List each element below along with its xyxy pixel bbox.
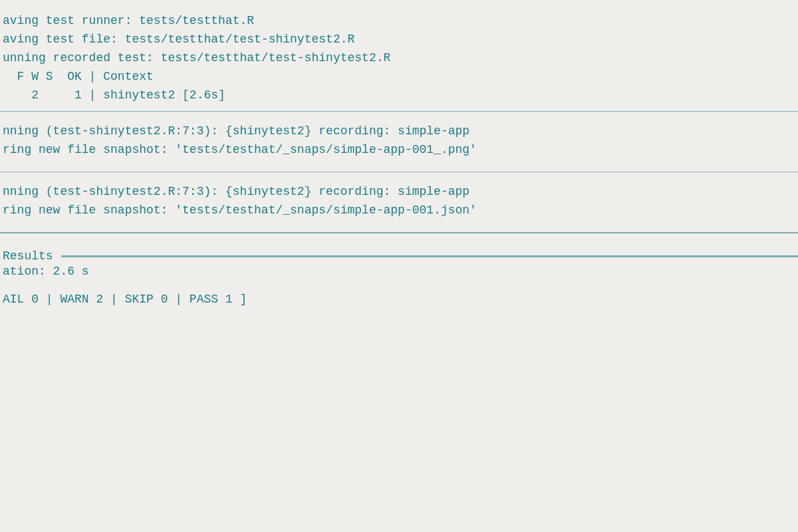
line-1: aving test runner: tests/testthat.R bbox=[0, 12, 798, 31]
warn2-line-2: ring new file snapshot: 'tests/testhat/_… bbox=[0, 201, 798, 220]
section-warning-2: nning (test-shinytest2.R:7:3): {shinytes… bbox=[0, 183, 798, 220]
divider-2 bbox=[0, 172, 798, 172]
section-runner: aving test runner: tests/testthat.R avin… bbox=[0, 12, 798, 104]
results-line-decoration bbox=[61, 255, 798, 257]
section-warning-1: nning (test-shinytest2.R:7:3): {shinytes… bbox=[0, 122, 798, 160]
line-3: unning recorded test: tests/testthat/tes… bbox=[0, 49, 798, 68]
line-5: 2 1 | shinytest2 [2.6s] bbox=[0, 86, 798, 105]
console-output: aving test runner: tests/testthat.R avin… bbox=[0, 0, 798, 532]
line-4: F W S OK | Context bbox=[0, 68, 798, 86]
divider-3 bbox=[0, 232, 798, 233]
warn2-line-1: nning (test-shinytest2.R:7:3): {shinytes… bbox=[0, 183, 798, 201]
warn1-line-2: ring new file snapshot: 'tests/testhat/_… bbox=[0, 141, 798, 160]
results-header: Results bbox=[0, 249, 798, 263]
summary-line: AIL 0 | WARN 2 | SKIP 0 | PASS 1 ] bbox=[0, 291, 798, 309]
warn1-line-1: nning (test-shinytest2.R:7:3): {shinytes… bbox=[0, 122, 798, 141]
line-2: aving test file: tests/testthat/test-shi… bbox=[0, 31, 798, 49]
duration-line: ation: 2.6 s bbox=[0, 263, 798, 281]
divider-1 bbox=[0, 111, 798, 112]
results-label: Results bbox=[3, 249, 53, 263]
